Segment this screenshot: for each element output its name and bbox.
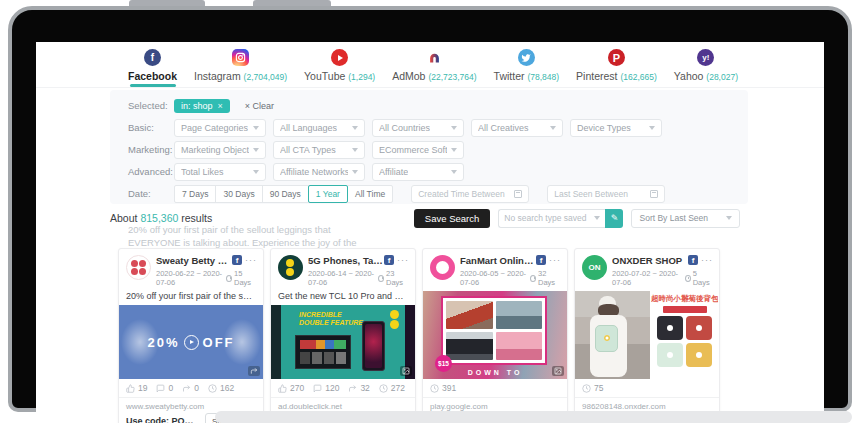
card-header: FanMart Online Shopping - F... 2020-06-0… [423,249,567,291]
ad-creative-video[interactable]: 20% OFF [119,305,263,379]
ee-badge-icon [390,310,399,329]
chevron-down-icon [451,126,457,130]
ad-creative-image[interactable]: $15 DOWN TO [423,291,567,379]
share-corner-icon [248,366,260,376]
ad-domain[interactable]: play.google.com [423,398,567,412]
more-menu[interactable]: ··· [245,257,257,263]
selected-tag-in-shop[interactable]: in: shop× [174,99,230,113]
ad-domain[interactable]: ad.doubleclick.net [271,398,415,412]
more-menu[interactable]: ··· [701,257,713,263]
product-grid [441,296,547,365]
dropdown-ecommerce-softwares[interactable]: ECommerce Softwares [372,141,464,159]
ad-domain[interactable]: 986208148.onxder.com [575,398,719,412]
ad-domain[interactable]: www.sweatybetty.com [119,398,263,412]
play-icon[interactable] [184,335,199,350]
ad-creative-image[interactable]: INCREDIBLE DOUBLE FEATURE [271,305,415,379]
date-range-30-days[interactable]: 30 Days [215,185,262,203]
chevron-down-icon [352,126,358,130]
edit-saved-search-button[interactable]: ✎ [605,209,623,228]
tab-twitter[interactable]: Twitter (78,848) [494,42,560,87]
clear-filters-button[interactable]: × Clear [245,101,274,111]
heat-count: 75 [594,383,603,393]
ad-creative-image[interactable]: 超時尚小雛菊後背包 [575,291,719,379]
backpack-grid [657,316,712,367]
stats-row: 75 [575,379,719,398]
date-range-all-time[interactable]: All Time [347,185,393,203]
product-photo [446,332,493,360]
tab-admob[interactable]: AdMob (22,723,764) [392,42,476,87]
dropdown-device-types[interactable]: Device Types [570,119,662,137]
ad-text: Get the new TCL 10 Pro and bag a free TC… [271,291,415,305]
duration: 23 Days [386,269,408,287]
comment-count: 120 [325,383,339,393]
date-range: 2020-07-02 ~ 2020-07-06 [612,269,685,287]
chevron-down-icon [253,148,259,152]
more-menu[interactable]: ··· [549,257,561,263]
chevron-down-icon [649,126,655,130]
tab-yahoo[interactable]: y! Yahoo (28,027) [674,42,738,87]
creative-text-off: OFF [203,335,235,350]
date-range: 2020-06-14 ~ 2020-07-06 [308,269,378,287]
chevron-down-icon [451,148,457,152]
tag-close-icon[interactable]: × [218,101,223,111]
dropdown-page-categories[interactable]: Page Categories [174,119,266,137]
dropdown-total-likes[interactable]: Total Likes [174,163,266,181]
stats-row: 391 [423,379,567,398]
creative-banner-text: 超時尚小雛菊後背包 [651,294,719,304]
date-range: 2020-06-22 ~ 2020-07-06 [156,269,226,287]
chevron-down-icon [550,126,556,130]
tab-instagram[interactable]: Instagram (2,704,049) [194,42,287,87]
heat-clock-icon [208,384,217,393]
ad-card: ON ONXDER SHOP 2020-07-02 ~ 2020-07-06 5… [574,248,720,423]
save-search-button[interactable]: Save Search [414,209,490,228]
tab-count: (1,294) [348,72,375,82]
dropdown-affiliate[interactable]: Affiliate [372,163,464,181]
saved-search-dropdown[interactable]: No search type saved [498,209,605,228]
app-page: f Facebook Instagram (2,704,049) YouTube… [36,42,824,423]
ad-card: FanMart Online Shopping - F... 2020-06-0… [422,248,568,423]
pinterest-icon: P [608,49,625,66]
onxder-logo: ON [582,255,607,280]
date-range-90-days[interactable]: 90 Days [262,185,309,203]
twitter-icon [518,49,535,66]
chevron-down-icon [594,216,600,220]
network-tabbar: f Facebook Instagram (2,704,049) YouTube… [36,42,824,88]
youtube-icon [331,49,348,66]
tab-count: (162,665) [620,72,656,82]
dropdown-all-countries[interactable]: All Countries [372,119,464,137]
facebook-icon: f [144,49,161,66]
last-seen-input[interactable]: Last Seen Between [547,185,665,203]
sort-dropdown[interactable]: Sort By Last Seen [631,209,740,228]
share-count: 0 [194,383,199,393]
stats-row: 270 120 32 272 [271,379,415,398]
tab-facebook[interactable]: f Facebook [128,42,177,87]
more-menu[interactable]: ··· [397,257,409,263]
tab-label: Facebook [128,70,177,82]
dropdown-marketing-objectives[interactable]: Marketing Objectives [174,141,266,159]
date-range-1-year[interactable]: 1 Year [308,185,348,203]
dropdown-all-languages[interactable]: All Languages [273,119,365,137]
date-range: 2020-06-05 ~ 2020-07-06 [460,269,530,287]
clock-icon [685,275,691,282]
instagram-icon [232,49,249,66]
like-count: 270 [290,383,304,393]
dropdown-all-creatives[interactable]: All Creatives [471,119,563,137]
model-photo [575,291,650,379]
chevron-down-icon [352,170,358,174]
like-icon [278,384,287,393]
fanmart-logo [430,255,455,280]
dropdown-affiliate-networks[interactable]: Affiliate Networks [273,163,365,181]
tab-pinterest[interactable]: P Pinterest (162,665) [576,42,657,87]
facebook-mini-icon: f [384,255,394,265]
created-time-input[interactable]: Created Time Between [411,185,529,203]
filter-panel: Selected: in: shop× × Clear Basic: Page … [110,90,748,204]
basic-label: Basic: [128,122,174,133]
card-header: ON ONXDER SHOP 2020-07-02 ~ 2020-07-06 5… [575,249,719,291]
dropdown-cta-types[interactable]: All CTA Types [273,141,365,159]
ad-card-grid: Sweaty Betty London | Wom... 2020-06-22 … [118,248,720,423]
date-range-7-days[interactable]: 7 Days [174,185,216,203]
product-photo [496,332,543,360]
tab-youtube[interactable]: YouTube (1,294) [304,42,375,87]
heat-clock-icon [582,384,591,393]
product-photo [657,316,683,340]
